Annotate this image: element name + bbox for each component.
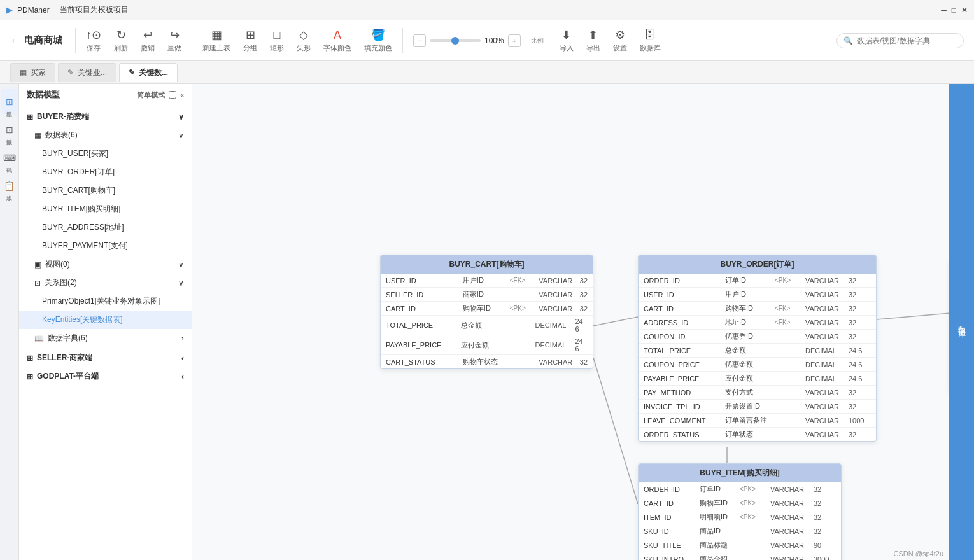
svg-line-1 — [877, 313, 949, 319]
table-row: USER_ID 用户ID VARCHAR 32 — [639, 288, 876, 302]
sidebar-item-buyer-payment[interactable]: BUYER_PAYMENT[支付] — [19, 237, 192, 255]
code-gen-icon: ⌨ — [3, 153, 16, 163]
tab-key-entities-label: 关键数... — [139, 67, 168, 78]
views-chevron: ∨ — [178, 260, 184, 269]
title-bar: ▶ PDManer 当前项目为模板项目 ─ □ ✕ — [0, 0, 974, 20]
table-row: USER_ID 用户ID <FK> VARCHAR 32 — [381, 274, 593, 288]
divider-4 — [549, 28, 549, 53]
table-row: PAYABLE_PRICE 应付金额 DECIMAL 24 6 — [381, 335, 593, 355]
shape-button[interactable]: ◇ 矢形 — [292, 25, 316, 55]
icon-bar-code-gen[interactable]: ⌨ 代码 — [1, 145, 18, 171]
scale-slider[interactable] — [430, 39, 481, 42]
maximize-btn[interactable]: □ — [952, 6, 956, 15]
settings-button[interactable]: ⚙ 设置 — [608, 25, 632, 55]
fill-color-button[interactable]: 🪣 填充颜色 — [359, 25, 397, 55]
icon-bar-version[interactable]: 📋 版本 — [1, 173, 18, 199]
app-logo: ▶ — [6, 6, 12, 15]
sidebar-views[interactable]: ▣ 视图(0) ∨ — [19, 255, 192, 274]
table-buyr-cart[interactable]: BUYR_CART[购物车] USER_ID 用户ID <FK> VARCHAR… — [380, 255, 593, 369]
canvas-area[interactable]: BUYR_CART[购物车] USER_ID 用户ID <FK> VARCHAR… — [192, 84, 949, 560]
data-zone-icon: ⊡ — [6, 125, 13, 135]
undo-icon: ↩ — [143, 28, 153, 42]
sidebar-seller-group[interactable]: ⊞ SELLER-商家端 ‹ — [19, 349, 192, 367]
export-button[interactable]: ⬆ 导出 — [581, 25, 605, 55]
table-buyr-item[interactable]: BUYR_ITEM[购买明细] ORDER_ID 订单ID <PK> VARCH… — [638, 463, 842, 560]
table-row: INVOICE_TPL_ID 开票设置ID VARCHAR 32 — [639, 400, 876, 414]
sidebar-item-buyr-address[interactable]: BUYR_ADDRESS[地址] — [19, 218, 192, 237]
undo-button[interactable]: ↩ 撤销 — [136, 25, 160, 55]
sidebar-key-entities[interactable]: KeyEntities[关键数据表] — [19, 311, 192, 329]
table-row: ITEM_ID 明细项ID <PK> VARCHAR 32 — [639, 510, 841, 524]
back-icon[interactable]: ← — [10, 35, 20, 46]
sidebar-relations[interactable]: ⊡ 关系图(2) ∨ — [19, 274, 192, 292]
right-panel[interactable]: 数字词库 — [949, 84, 974, 560]
table-buyr-cart-header: BUYR_CART[购物车] — [381, 255, 593, 274]
buyr-address-label: BUYR_ADDRESS[地址] — [42, 222, 124, 233]
simple-mode-checkbox[interactable] — [169, 91, 176, 99]
database-button[interactable]: 🗄 数据库 — [635, 26, 666, 55]
buyer-group-label: BUYER-消费端 — [37, 111, 89, 122]
godplat-chevron: ‹ — [181, 372, 184, 381]
table-row: CART_ID 购物车ID <PK> VARCHAR 32 — [381, 302, 593, 316]
version-icon: 📋 — [4, 181, 15, 191]
toolbar: ← 电商商城 ↑⊙ 保存 ↻ 刷新 ↩ 撤销 ↪ 重做 ▦ 新建主表 ⊞ 分组 … — [0, 20, 974, 61]
search-box[interactable]: 🔍 — [836, 33, 964, 48]
relations-label: 关系图(2) — [45, 277, 77, 288]
sidebar-title: 数据模型 — [27, 89, 60, 101]
sidebar-item-buyr-cart[interactable]: BUYR_CART[购物车] — [19, 181, 192, 200]
table-row: LEAVE_COMMENT 订单留言备注 VARCHAR 1000 — [639, 414, 876, 428]
sidebar-item-buyr-item[interactable]: BUYR_ITEM[购买明细] — [19, 200, 192, 218]
svg-line-0 — [593, 316, 641, 326]
table-row: ORDER_STATUS 订单状态 VARCHAR 32 — [639, 428, 876, 441]
sidebar-primary-obj[interactable]: PrimaryObject1[关键业务对象示图] — [19, 292, 192, 311]
import-button[interactable]: ⬇ 导入 — [554, 25, 579, 55]
sidebar-item-buyr-user[interactable]: BUYR_USER[买家] — [19, 144, 192, 163]
dict-chevron: › — [181, 334, 184, 343]
scale-plus-button[interactable]: + — [508, 34, 521, 47]
scale-control: − 100% + — [408, 34, 526, 47]
data-dict-label: 数据字典(6) — [48, 333, 88, 344]
simple-mode-label[interactable]: 简单模式 — [137, 90, 165, 100]
sidebar-item-buyr-order[interactable]: BUYR_ORDER[订单] — [19, 163, 192, 181]
search-icon: 🔍 — [843, 36, 853, 45]
sidebar-godplat-group[interactable]: ⊞ GODPLAT-平台端 ‹ — [19, 367, 192, 386]
new-table-button[interactable]: ▦ 新建主表 — [197, 25, 236, 55]
sidebar-data-tables[interactable]: ▦ 数据表(6) ∨ — [19, 126, 192, 144]
sidebar-buyer-group[interactable]: ⊞ BUYER-消费端 ∨ — [19, 108, 192, 126]
buyr-order-label: BUYR_ORDER[订单] — [42, 167, 115, 178]
main-layout: ⊞ 模型 ⊡ 数据域 ⌨ 代码 📋 版本 数据模型 简单模式 « — [0, 84, 974, 560]
tab-buyer[interactable]: ▦ 买家 — [10, 63, 55, 82]
shape-icon: ◇ — [299, 28, 308, 42]
sidebar-buyer-section: ⊞ BUYER-消费端 ∨ ▦ 数据表(6) ∨ BUYR_USER[买家] B… — [19, 106, 192, 349]
sidebar-header: 数据模型 简单模式 « — [19, 84, 192, 106]
font-color-button[interactable]: A 字体颜色 — [318, 26, 356, 55]
buyer-chevron: ∨ — [178, 113, 184, 122]
sidebar-data-dict[interactable]: 📖 数据字典(6) › — [19, 329, 192, 347]
table-buyr-order[interactable]: BUYR_ORDER[订单] ORDER_ID 订单ID <PK> VARCHA… — [638, 255, 877, 442]
close-btn[interactable]: ✕ — [961, 6, 968, 15]
tab-key-business[interactable]: ✎ 关键业... — [58, 63, 116, 82]
redo-button[interactable]: ↪ 重做 — [162, 25, 187, 55]
buyr-user-label: BUYR_USER[买家] — [42, 148, 108, 159]
rect-button[interactable]: □ 矩形 — [265, 26, 289, 55]
save-button[interactable]: ↑⊙ 保存 — [81, 25, 106, 55]
table-row: ORDER_ID 订单ID <PK> VARCHAR 32 — [639, 274, 876, 288]
minimize-btn[interactable]: ─ — [941, 6, 947, 15]
sidebar: 数据模型 简单模式 « ⊞ BUYER-消费端 ∨ ▦ 数据表(6) ∨ — [19, 84, 192, 560]
icon-bar-data-zone[interactable]: ⊡ 数据域 — [1, 117, 18, 143]
table-row: ADDRESS_ID 地址ID <FK> VARCHAR 32 — [639, 316, 876, 330]
table-row: TOTAL_PRICE 总金额 DECIMAL 24 6 — [381, 316, 593, 335]
refresh-button[interactable]: ↻ 刷新 — [109, 25, 133, 55]
godplat-group-label: GODPLAT-平台端 — [37, 371, 99, 382]
tab-key-entities[interactable]: ✎ 关键数... — [119, 63, 178, 82]
database-icon: 🗄 — [644, 29, 656, 42]
collapse-icon[interactable]: « — [180, 91, 184, 99]
split-button[interactable]: ⊞ 分组 — [238, 25, 262, 55]
search-input[interactable] — [857, 36, 957, 45]
rect-icon: □ — [274, 29, 281, 42]
scale-minus-button[interactable]: − — [413, 34, 426, 47]
relation-icon: ⊡ — [34, 279, 41, 288]
split-icon: ⊞ — [246, 28, 255, 42]
tab-buyer-label: 买家 — [31, 67, 46, 78]
icon-bar-model[interactable]: ⊞ 模型 — [1, 89, 18, 115]
